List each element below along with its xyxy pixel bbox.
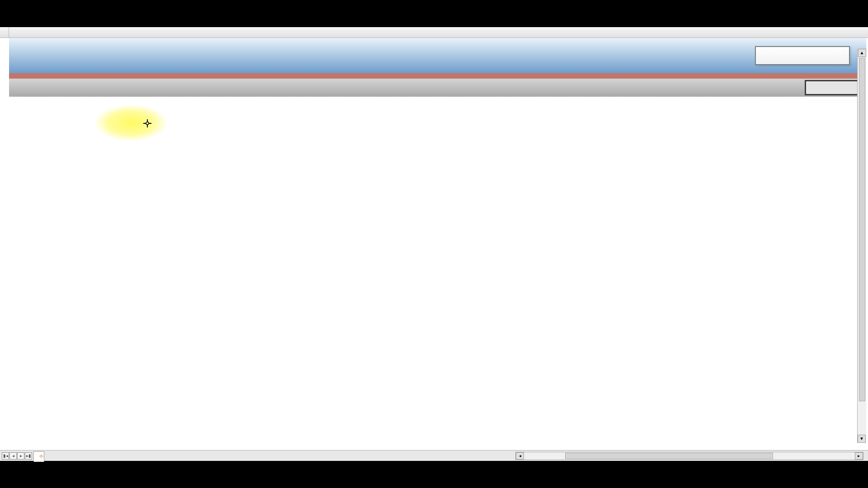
sheet-area: ▲ ▼ [0, 27, 868, 443]
title-banner [9, 38, 866, 73]
cell-cursor-icon [142, 118, 152, 128]
scroll-down-arrow[interactable]: ▼ [858, 435, 866, 443]
tab-next-button[interactable]: ▸ [17, 452, 24, 460]
select-all-corner[interactable] [0, 27, 9, 38]
vertical-scrollbar[interactable]: ▲ ▼ [857, 49, 866, 443]
cell-grid[interactable]: ▲ ▼ [9, 38, 866, 443]
scroll-up-arrow[interactable]: ▲ [858, 49, 866, 57]
horizontal-scrollbar[interactable]: ◂ ▸ [515, 452, 863, 460]
sheet-tab-bar: ▮◂ ◂ ▸ ▸▮ ✧ ◂ ▸ [0, 450, 868, 461]
company-bar [9, 79, 866, 97]
horizontal-scroll-thumb[interactable] [565, 453, 773, 459]
column-header-row [0, 27, 868, 38]
month-header-row [9, 107, 866, 117]
tab-prev-button[interactable]: ◂ [9, 452, 17, 460]
divider-strip [9, 73, 866, 79]
scroll-left-arrow[interactable]: ◂ [516, 452, 524, 460]
tab-first-button[interactable]: ▮◂ [2, 452, 9, 460]
new-sheet-button[interactable]: ✧ [33, 451, 44, 462]
svg-point-2 [146, 122, 149, 125]
perform-end-of-year-button[interactable] [755, 46, 850, 65]
row-header-gutter [0, 38, 9, 443]
tab-last-button[interactable]: ▸▮ [25, 452, 32, 460]
year-value-cell[interactable] [805, 80, 863, 95]
vertical-scroll-thumb[interactable] [859, 58, 865, 401]
tab-nav-buttons: ▮◂ ◂ ▸ ▸▮ [2, 452, 33, 460]
worksheet-window: ▲ ▼ ▮◂ ◂ ▸ ▸▮ ✧ ◂ ▸ [0, 27, 868, 461]
scroll-right-arrow[interactable]: ▸ [855, 452, 863, 460]
